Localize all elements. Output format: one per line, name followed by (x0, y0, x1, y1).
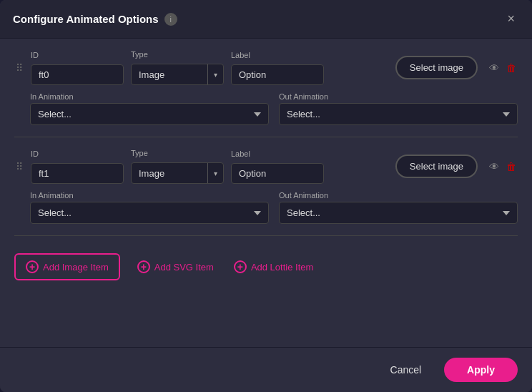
add-svg-item-label: Add SVG Item (154, 262, 214, 273)
add-image-item-label: Add Image Item (43, 262, 109, 273)
modal-body: ⠿ ID Type Image ▾ Label (0, 39, 532, 347)
id-label-1: ID (31, 150, 124, 158)
in-animation-select-0[interactable]: Select... (30, 103, 269, 125)
type-label-1: Type (131, 149, 224, 157)
item-row-top-1: ⠿ ID Type Image ▾ Label (14, 149, 518, 184)
item-row-bottom-1: In Animation Select... Out Animation Sel… (30, 191, 518, 224)
type-select-group-1[interactable]: Image ▾ (131, 162, 224, 184)
in-animation-select-1[interactable]: Select... (30, 202, 269, 224)
in-animation-label-1: In Animation (30, 191, 269, 200)
id-field-group-0: ID (31, 51, 124, 85)
type-chevron-icon-1[interactable]: ▾ (208, 165, 223, 182)
out-animation-select-0[interactable]: Select... (279, 103, 518, 125)
add-lottie-item-button[interactable]: + Add Lottie Item (231, 255, 316, 279)
icon-group-1: 👁 🗑 (488, 160, 518, 174)
modal-footer: Cancel Apply (0, 347, 532, 392)
trash-icon-0[interactable]: 🗑 (505, 61, 518, 75)
type-label-0: Type (131, 50, 224, 59)
label-input-0[interactable] (231, 64, 324, 85)
item-card-0: ⠿ ID Type Image ▾ Label (14, 50, 518, 125)
drag-handle-0[interactable]: ⠿ (14, 62, 24, 74)
id-field-group-1: ID (31, 150, 124, 184)
divider-2 (14, 235, 518, 236)
out-animation-group-0: Out Animation Select... (279, 92, 518, 125)
out-animation-select-1[interactable]: Select... (279, 202, 518, 224)
id-label-0: ID (31, 51, 124, 59)
add-svg-item-button[interactable]: + Add SVG Item (134, 255, 217, 279)
label-field-group-1: Label (231, 150, 324, 184)
apply-button[interactable]: Apply (444, 358, 518, 382)
label-field-group-0: Label (231, 51, 324, 85)
id-input-0[interactable] (31, 64, 124, 85)
type-text-1: Image (132, 164, 207, 183)
modal-title-group: Configure Animated Options i (13, 13, 177, 26)
configure-animated-options-modal: Configure Animated Options i × ⠿ ID Type… (0, 0, 532, 392)
type-select-group-0[interactable]: Image ▾ (131, 64, 224, 85)
item-row-bottom-0: In Animation Select... Out Animation Sel… (30, 92, 518, 125)
drag-handle-1[interactable]: ⠿ (14, 161, 24, 172)
select-image-button-1[interactable]: Select image (395, 155, 478, 178)
icon-group-0: 👁 🗑 (488, 61, 518, 75)
out-animation-label-1: Out Animation (279, 191, 518, 200)
label-input-1[interactable] (231, 163, 324, 184)
item-card-1: ⠿ ID Type Image ▾ Label (14, 149, 518, 224)
type-chevron-icon-0[interactable]: ▾ (208, 67, 223, 83)
add-image-plus-icon: + (26, 260, 39, 273)
add-lottie-item-label: Add Lottie Item (251, 262, 313, 273)
item-row-top-0: ⠿ ID Type Image ▾ Label (14, 50, 518, 85)
in-animation-label-0: In Animation (30, 92, 269, 101)
type-text-0: Image (132, 65, 207, 84)
modal-title: Configure Animated Options (13, 13, 159, 25)
id-input-1[interactable] (31, 163, 124, 184)
add-svg-plus-icon: + (137, 260, 150, 273)
add-lottie-plus-icon: + (234, 260, 247, 273)
type-field-group-0: Type Image ▾ (131, 50, 224, 85)
divider-1 (14, 137, 518, 137)
eye-icon-1[interactable]: 👁 (488, 160, 501, 174)
add-image-item-button[interactable]: + Add Image Item (14, 253, 120, 280)
in-animation-group-1: In Animation Select... (30, 191, 269, 224)
add-buttons-row: + Add Image Item + Add SVG Item + Add Lo… (14, 248, 518, 286)
label-label-1: Label (231, 150, 324, 158)
select-image-button-0[interactable]: Select image (395, 56, 478, 79)
cancel-button[interactable]: Cancel (376, 358, 436, 381)
out-animation-group-1: Out Animation Select... (279, 191, 518, 224)
eye-icon-0[interactable]: 👁 (488, 61, 501, 75)
close-button[interactable]: × (503, 10, 519, 28)
trash-icon-1[interactable]: 🗑 (505, 160, 518, 174)
label-label-0: Label (231, 51, 324, 59)
info-icon: i (164, 13, 177, 26)
in-animation-group-0: In Animation Select... (30, 92, 269, 125)
out-animation-label-0: Out Animation (279, 92, 518, 101)
modal-header: Configure Animated Options i × (0, 0, 532, 39)
type-field-group-1: Type Image ▾ (131, 149, 224, 184)
